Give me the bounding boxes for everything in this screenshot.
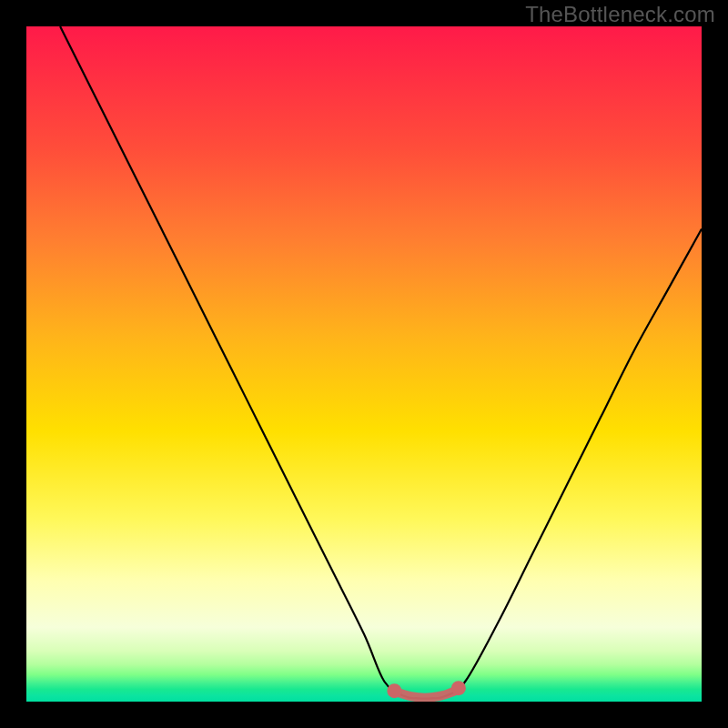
bottleneck-curve bbox=[60, 26, 702, 699]
plot-area bbox=[26, 26, 702, 702]
optimal-range-start-dot bbox=[387, 683, 401, 698]
chart-frame: TheBottleneck.com bbox=[0, 0, 728, 728]
optimal-range-band bbox=[394, 688, 458, 697]
optimal-range-end-dot bbox=[451, 681, 466, 695]
chart-svg bbox=[26, 26, 702, 702]
watermark-text: TheBottleneck.com bbox=[525, 2, 715, 27]
